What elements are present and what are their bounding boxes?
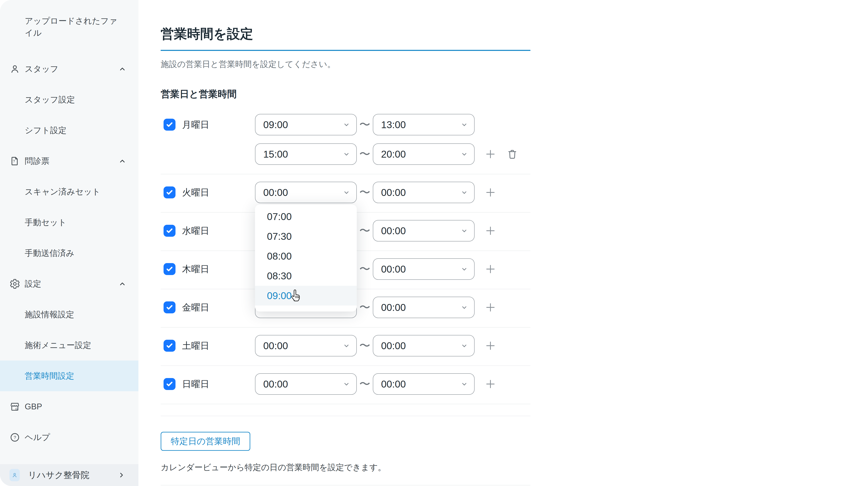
chevron-down-icon bbox=[460, 265, 468, 273]
time-option[interactable]: 08:30 bbox=[255, 266, 357, 286]
document-question-icon: ? bbox=[9, 156, 20, 166]
sidebar-item-shift-settings[interactable]: シフト設定 bbox=[0, 115, 138, 146]
end-time-select-thursday[interactable]: 00:00 bbox=[373, 259, 474, 280]
select-value: 00:00 bbox=[263, 340, 288, 352]
special-day-hours-button[interactable]: 特定日の営業時間 bbox=[161, 432, 250, 451]
add-range-icon[interactable] bbox=[485, 186, 496, 199]
chevron-down-icon bbox=[342, 380, 350, 388]
select-value: 00:00 bbox=[263, 187, 288, 198]
sidebar-item-staff-settings[interactable]: スタッフ設定 bbox=[0, 84, 138, 115]
sidebar-item-facility-info-settings[interactable]: 施設情報設定 bbox=[0, 299, 138, 330]
chevron-down-icon bbox=[460, 226, 468, 235]
business-days-list: 月曜日 09:00 〜 13:00 bbox=[161, 107, 530, 416]
start-time-select-saturday[interactable]: 00:00 bbox=[255, 335, 357, 357]
chevron-down-icon bbox=[460, 380, 468, 388]
sidebar-item-label: ヘルプ bbox=[25, 432, 50, 443]
bottom-divider bbox=[161, 485, 530, 485]
range-separator: 〜 bbox=[357, 376, 373, 392]
sidebar-item-questionnaire[interactable]: ? 問診票 bbox=[0, 146, 138, 176]
chevron-up-icon bbox=[118, 64, 127, 73]
add-range-icon[interactable] bbox=[485, 148, 496, 160]
sidebar-item-label: スタッフ設定 bbox=[25, 94, 75, 105]
svg-text:G: G bbox=[16, 407, 18, 411]
sidebar-item-label: 営業時間設定 bbox=[25, 370, 74, 382]
add-range-icon[interactable] bbox=[485, 263, 496, 275]
facility-switcher[interactable]: リハサク整骨院 bbox=[0, 464, 138, 486]
checkbox-tuesday[interactable] bbox=[163, 186, 176, 199]
select-value: 20:00 bbox=[381, 149, 406, 160]
facility-avatar bbox=[9, 469, 20, 481]
range-separator: 〜 bbox=[357, 147, 373, 162]
select-value: 00:00 bbox=[381, 187, 406, 198]
help-circle-icon: ? bbox=[9, 432, 20, 443]
checkbox-wednesday[interactable] bbox=[163, 225, 176, 237]
range-separator: 〜 bbox=[357, 338, 373, 353]
gear-icon bbox=[9, 278, 20, 289]
chevron-down-icon bbox=[342, 341, 350, 350]
chevron-down-icon bbox=[342, 150, 350, 158]
add-range-icon[interactable] bbox=[485, 225, 496, 237]
checkbox-sunday[interactable] bbox=[163, 378, 176, 390]
sidebar: アップロードされたファイル スタッフ スタッフ設定 シフト設定 bbox=[0, 0, 138, 486]
start-time-select-tuesday[interactable]: 00:00 bbox=[255, 182, 357, 203]
page-subtitle: 施設の営業日と営業時間を設定してください。 bbox=[161, 60, 530, 68]
add-range-icon[interactable] bbox=[485, 340, 496, 352]
sidebar-item-uploaded-files[interactable]: アップロードされたファイル bbox=[0, 0, 138, 54]
select-value: 00:00 bbox=[381, 302, 406, 313]
section-heading: 営業日と営業時間 bbox=[161, 89, 530, 99]
end-time-select-friday[interactable]: 00:00 bbox=[373, 297, 474, 318]
sidebar-item-settings[interactable]: 設定 bbox=[0, 268, 138, 299]
select-value: 09:00 bbox=[263, 119, 288, 130]
chevron-down-icon bbox=[460, 150, 468, 158]
range-separator: 〜 bbox=[357, 223, 373, 238]
end-time-select-monday-2[interactable]: 20:00 bbox=[373, 143, 474, 165]
end-time-select-saturday[interactable]: 00:00 bbox=[373, 335, 474, 357]
sidebar-item-scanned-set[interactable]: スキャン済みセット bbox=[0, 176, 138, 207]
sidebar-item-label: 問診票 bbox=[25, 155, 50, 167]
start-time-select-sunday[interactable]: 00:00 bbox=[255, 373, 357, 395]
add-range-icon[interactable] bbox=[485, 378, 496, 390]
time-option[interactable]: 08:00 bbox=[255, 246, 357, 266]
checkbox-friday[interactable] bbox=[163, 301, 176, 313]
checkbox-thursday[interactable] bbox=[163, 263, 176, 275]
sidebar-item-label: 手動送信済み bbox=[25, 247, 74, 259]
end-time-select-wednesday[interactable]: 00:00 bbox=[373, 220, 474, 241]
range-separator: 〜 bbox=[357, 262, 373, 277]
time-option[interactable]: 07:30 bbox=[255, 226, 357, 246]
day-label: 金曜日 bbox=[182, 301, 209, 313]
start-time-select-monday-2[interactable]: 15:00 bbox=[255, 143, 357, 165]
add-range-icon[interactable] bbox=[485, 301, 496, 313]
sidebar-item-treatment-menu-settings[interactable]: 施術メニュー設定 bbox=[0, 330, 138, 361]
end-time-select-tuesday[interactable]: 00:00 bbox=[373, 182, 474, 203]
end-time-select-monday-1[interactable]: 13:00 bbox=[373, 114, 474, 135]
sidebar-item-label: 施設情報設定 bbox=[25, 309, 74, 320]
sidebar-item-gbp[interactable]: G GBP bbox=[0, 391, 138, 422]
start-time-select-monday-1[interactable]: 09:00 bbox=[255, 114, 357, 135]
page-title: 営業時間を設定 bbox=[161, 27, 530, 40]
day-label: 水曜日 bbox=[182, 225, 209, 237]
trash-icon[interactable] bbox=[506, 148, 518, 160]
sidebar-item-staff[interactable]: スタッフ bbox=[0, 54, 138, 84]
time-option[interactable]: 07:00 bbox=[255, 207, 357, 226]
time-option-highlighted[interactable]: 09:00 bbox=[255, 286, 357, 306]
title-underline bbox=[161, 50, 530, 51]
storefront-icon: G bbox=[9, 401, 20, 412]
svg-text:?: ? bbox=[13, 435, 16, 440]
range-separator: 〜 bbox=[357, 185, 373, 200]
sidebar-item-business-hours-settings[interactable]: 営業時間設定 bbox=[0, 361, 138, 391]
checkbox-monday[interactable] bbox=[163, 119, 176, 131]
sidebar-item-help[interactable]: ? ヘルプ bbox=[0, 422, 138, 453]
checkbox-saturday[interactable] bbox=[163, 340, 176, 352]
chevron-down-icon bbox=[460, 303, 468, 311]
end-time-select-sunday[interactable]: 00:00 bbox=[373, 373, 474, 395]
sidebar-item-manual-sent[interactable]: 手動送信済み bbox=[0, 238, 138, 268]
day-label: 火曜日 bbox=[182, 186, 209, 199]
svg-text:?: ? bbox=[13, 159, 15, 163]
select-value: 00:00 bbox=[381, 340, 406, 352]
chevron-down-icon bbox=[460, 121, 468, 129]
day-row-sunday: 日曜日 00:00 〜 00:00 bbox=[161, 366, 530, 404]
day-label: 日曜日 bbox=[182, 378, 209, 390]
sidebar-item-manual-set[interactable]: 手動セット bbox=[0, 207, 138, 238]
facility-name: リハサク整骨院 bbox=[28, 469, 89, 481]
day-label: 月曜日 bbox=[182, 119, 209, 131]
